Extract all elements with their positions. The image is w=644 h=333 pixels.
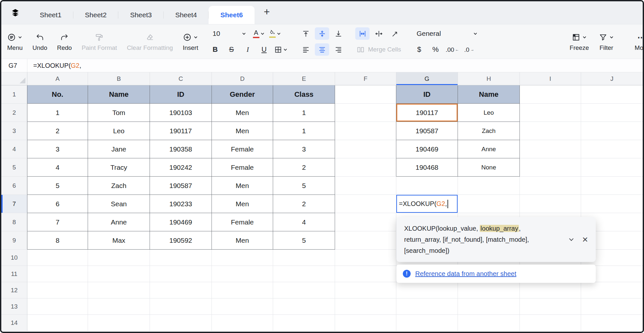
column-header-F[interactable]: F: [335, 72, 396, 85]
cell-F2[interactable]: [335, 104, 396, 122]
row-header-9[interactable]: 9: [1, 231, 27, 250]
insert-button[interactable]: Insert: [183, 33, 198, 51]
cell-E11[interactable]: [273, 266, 335, 282]
font-color-button[interactable]: A: [252, 27, 266, 40]
cell-I13[interactable]: [520, 298, 581, 315]
collapse-tooltip-icon[interactable]: [568, 236, 575, 243]
clear-formatting-button[interactable]: Clear Formatting: [127, 33, 173, 51]
cell-I12[interactable]: [520, 282, 581, 298]
row-header-5[interactable]: 5: [1, 158, 27, 177]
tab-sheet6[interactable]: Sheet6: [209, 6, 255, 24]
cell-C11[interactable]: [150, 266, 212, 282]
cell-C7[interactable]: 190233: [150, 195, 212, 213]
name-box[interactable]: G7: [1, 59, 27, 72]
paint-format-button[interactable]: Paint Format: [81, 33, 117, 51]
cell-H3[interactable]: Zach: [458, 122, 520, 140]
cell-B10[interactable]: [88, 250, 150, 266]
cell-A8[interactable]: 7: [27, 213, 88, 231]
filter-button[interactable]: Filter: [599, 33, 614, 51]
text-overflow-button[interactable]: [372, 27, 386, 40]
sheet-manager-icon[interactable]: [10, 7, 21, 18]
cell-B2[interactable]: Tom: [88, 104, 150, 122]
cell-F10[interactable]: [335, 250, 396, 266]
cell-A1[interactable]: No.: [27, 85, 88, 104]
align-center-button[interactable]: [315, 43, 329, 56]
column-header-I[interactable]: I: [520, 72, 581, 85]
cell-A3[interactable]: 2: [27, 122, 88, 140]
cell-F4[interactable]: [335, 140, 396, 158]
cell-D3[interactable]: Men: [212, 122, 273, 140]
cell-D14[interactable]: [212, 315, 273, 331]
cell-J12[interactable]: [581, 282, 643, 298]
cell-I2[interactable]: [520, 104, 581, 122]
cell-H1[interactable]: Name: [458, 85, 520, 104]
column-header-G[interactable]: G: [396, 72, 458, 85]
cell-J3[interactable]: [581, 122, 643, 140]
cell-F3[interactable]: [335, 122, 396, 140]
cell-G7[interactable]: =XLOOKUP(G2,: [396, 195, 458, 213]
redo-button[interactable]: Redo: [57, 33, 72, 51]
row-header-3[interactable]: 3: [1, 122, 27, 140]
fill-color-button[interactable]: [268, 27, 282, 40]
cell-J13[interactable]: [581, 298, 643, 315]
cell-H12[interactable]: [458, 282, 520, 298]
cell-I6[interactable]: [520, 177, 581, 195]
cell-A13[interactable]: [27, 298, 88, 315]
cell-E9[interactable]: 5: [273, 231, 335, 250]
cell-D6[interactable]: Men: [212, 177, 273, 195]
cell-H13[interactable]: [458, 298, 520, 315]
currency-button[interactable]: $: [412, 43, 426, 56]
cell-C5[interactable]: 190242: [150, 158, 212, 177]
column-header-B[interactable]: B: [88, 72, 150, 85]
cell-A9[interactable]: 8: [27, 231, 88, 250]
row-header-4[interactable]: 4: [1, 140, 27, 158]
row-header-2[interactable]: 2: [1, 104, 27, 122]
column-header-E[interactable]: E: [273, 72, 335, 85]
align-right-button[interactable]: [331, 43, 345, 56]
cell-A10[interactable]: [27, 250, 88, 266]
cell-J7[interactable]: [581, 195, 643, 213]
freeze-button[interactable]: Freeze: [570, 33, 589, 51]
cell-E6[interactable]: 5: [273, 177, 335, 195]
cell-C6[interactable]: 190587: [150, 177, 212, 195]
cell-B6[interactable]: Zach: [88, 177, 150, 195]
row-header-8[interactable]: 8: [1, 213, 27, 231]
cell-C1[interactable]: ID: [150, 85, 212, 104]
cell-B4[interactable]: Jane: [88, 140, 150, 158]
cell-D2[interactable]: Men: [212, 104, 273, 122]
close-tooltip-icon[interactable]: ×: [582, 235, 588, 244]
cell-G13[interactable]: [396, 298, 458, 315]
cell-E10[interactable]: [273, 250, 335, 266]
cell-A6[interactable]: 5: [27, 177, 88, 195]
cell-C10[interactable]: [150, 250, 212, 266]
cell-G12[interactable]: [396, 282, 458, 298]
cell-B14[interactable]: [88, 315, 150, 331]
cell-F9[interactable]: [335, 231, 396, 250]
cell-B1[interactable]: Name: [88, 85, 150, 104]
cell-H4[interactable]: Anne: [458, 140, 520, 158]
row-header-6[interactable]: 6: [1, 177, 27, 195]
text-rotate-button[interactable]: [388, 27, 402, 40]
cell-J14[interactable]: [581, 315, 643, 331]
cell-B13[interactable]: [88, 298, 150, 315]
tab-sheet2[interactable]: Sheet2: [73, 6, 119, 24]
number-format-select[interactable]: General: [412, 27, 481, 40]
cell-G14[interactable]: [396, 315, 458, 331]
tab-sheet3[interactable]: Sheet3: [118, 6, 164, 24]
select-all-corner[interactable]: [1, 72, 27, 85]
cell-C12[interactable]: [150, 282, 212, 298]
row-header-13[interactable]: 13: [1, 298, 27, 315]
cell-I1[interactable]: [520, 85, 581, 104]
decrease-decimal-button[interactable]: .0→: [462, 43, 476, 56]
cell-B8[interactable]: Anne: [88, 213, 150, 231]
underline-button[interactable]: U: [257, 43, 271, 56]
row-header-11[interactable]: 11: [1, 266, 27, 282]
cell-H6[interactable]: [458, 177, 520, 195]
cell-F7[interactable]: [335, 195, 396, 213]
cell-F14[interactable]: [335, 315, 396, 331]
tab-sheet1[interactable]: Sheet1: [28, 6, 73, 24]
cell-I14[interactable]: [520, 315, 581, 331]
cell-G2[interactable]: 190117: [396, 104, 458, 122]
cell-E13[interactable]: [273, 298, 335, 315]
cell-E12[interactable]: [273, 282, 335, 298]
